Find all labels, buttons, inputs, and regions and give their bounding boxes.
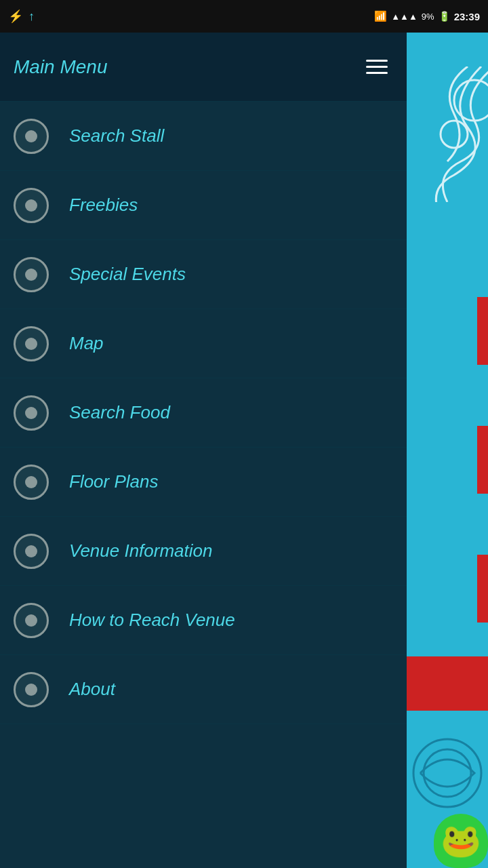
right-decorative-panel: 🐸 bbox=[407, 33, 488, 868]
signal-icon: ▲▲▲ bbox=[391, 12, 418, 22]
radio-inner-search-food bbox=[25, 407, 37, 419]
red-accent-bar-3 bbox=[477, 555, 488, 623]
hamburger-line-2 bbox=[366, 66, 388, 68]
menu-label-how-to-reach-venue: How to Reach Venue bbox=[69, 610, 235, 631]
menu-item-special-events[interactable]: Special Events bbox=[0, 240, 407, 309]
menu-item-venue-information[interactable]: Venue Information bbox=[0, 517, 407, 586]
radio-inner-how-to-reach-venue bbox=[25, 614, 37, 627]
radio-inner-venue-information bbox=[25, 545, 37, 557]
radio-icon-special-events bbox=[14, 257, 49, 292]
menu-label-special-events: Special Events bbox=[69, 264, 186, 285]
radio-inner-search-stall bbox=[25, 130, 37, 142]
hamburger-line-3 bbox=[366, 72, 388, 74]
header-row: Main Menu bbox=[0, 33, 407, 102]
radio-icon-floor-plans bbox=[14, 465, 49, 500]
main-menu-title: Main Menu bbox=[14, 56, 108, 78]
radio-inner-freebies bbox=[25, 199, 37, 212]
menu-list: Search StallFreebiesSpecial EventsMapSea… bbox=[0, 102, 407, 724]
radio-inner-about bbox=[25, 684, 37, 696]
svg-point-3 bbox=[424, 749, 471, 797]
radio-icon-how-to-reach-venue bbox=[14, 603, 49, 638]
menu-panel: Main Menu Search StallFreebiesSpecial Ev… bbox=[0, 33, 407, 868]
menu-label-about: About bbox=[69, 679, 115, 700]
radio-inner-special-events bbox=[25, 269, 37, 281]
svg-point-1 bbox=[441, 121, 468, 148]
phone-icon: ↑ bbox=[28, 9, 35, 24]
status-bar: ⚡ ↑ 📶 ▲▲▲ 9% 🔋 23:39 bbox=[0, 0, 488, 33]
status-left-icons: ⚡ ↑ bbox=[8, 9, 35, 24]
radio-icon-venue-information bbox=[14, 534, 49, 569]
menu-label-search-food: Search Food bbox=[69, 402, 170, 423]
menu-item-freebies[interactable]: Freebies bbox=[0, 171, 407, 240]
battery-text: 9% bbox=[422, 12, 434, 22]
frog-mascot: 🐸 bbox=[434, 814, 488, 868]
menu-item-how-to-reach-venue[interactable]: How to Reach Venue bbox=[0, 586, 407, 655]
clock: 23:39 bbox=[454, 11, 480, 22]
menu-item-search-food[interactable]: Search Food bbox=[0, 378, 407, 448]
hamburger-line-1 bbox=[366, 60, 388, 62]
usb-icon: ⚡ bbox=[8, 9, 23, 24]
radio-icon-search-stall bbox=[14, 119, 49, 154]
wifi-icon: 📶 bbox=[374, 10, 387, 22]
frog-emoji: 🐸 bbox=[441, 825, 481, 857]
status-right-icons: 📶 ▲▲▲ 9% 🔋 23:39 bbox=[374, 10, 480, 22]
menu-label-search-stall: Search Stall bbox=[69, 125, 164, 146]
menu-label-venue-information: Venue Information bbox=[69, 540, 213, 561]
radio-icon-freebies bbox=[14, 188, 49, 223]
menu-label-freebies: Freebies bbox=[69, 195, 138, 216]
red-accent-band bbox=[407, 656, 488, 711]
menu-item-map[interactable]: Map bbox=[0, 309, 407, 378]
red-accent-bar-1 bbox=[477, 297, 488, 365]
menu-label-floor-plans: Floor Plans bbox=[69, 471, 159, 492]
radio-inner-map bbox=[25, 338, 37, 350]
red-accent-bar-2 bbox=[477, 426, 488, 494]
menu-item-about[interactable]: About bbox=[0, 655, 407, 724]
radio-icon-about bbox=[14, 672, 49, 707]
radio-inner-floor-plans bbox=[25, 476, 37, 488]
radio-icon-search-food bbox=[14, 395, 49, 431]
battery-icon: 🔋 bbox=[439, 11, 450, 22]
menu-label-map: Map bbox=[69, 333, 104, 354]
bottom-empty-area bbox=[0, 724, 407, 868]
hamburger-button[interactable] bbox=[361, 51, 393, 83]
main-container: Main Menu Search StallFreebiesSpecial Ev… bbox=[0, 33, 488, 868]
radio-icon-map bbox=[14, 326, 49, 361]
swirl-decoration-bottom bbox=[407, 732, 488, 814]
menu-item-floor-plans[interactable]: Floor Plans bbox=[0, 448, 407, 517]
menu-item-search-stall[interactable]: Search Stall bbox=[0, 102, 407, 171]
swirl-decoration-top bbox=[407, 66, 488, 202]
